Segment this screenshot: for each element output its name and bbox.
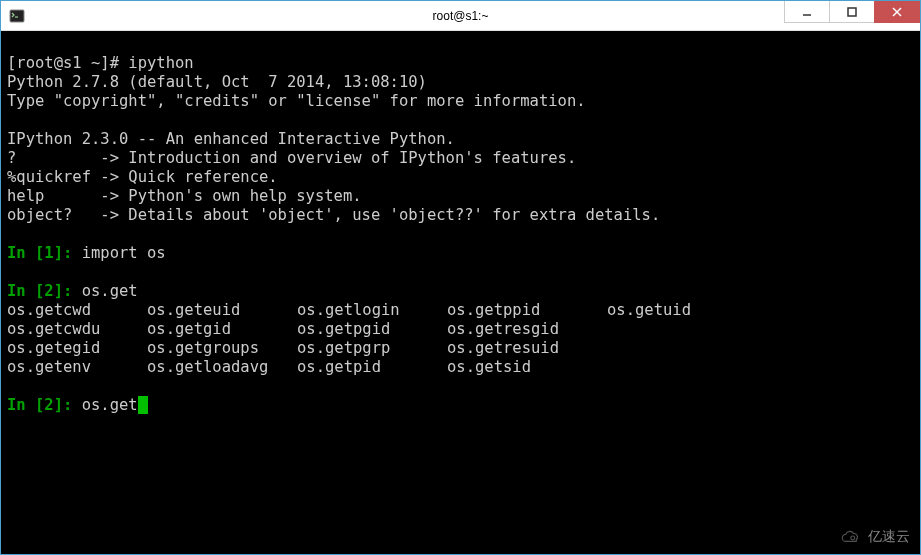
completion-item: os.getegid xyxy=(7,339,147,358)
completion-item xyxy=(607,320,914,339)
svg-rect-3 xyxy=(848,8,856,16)
svg-point-6 xyxy=(851,535,855,539)
in-prompt-1: In [1]: import os xyxy=(7,244,166,262)
help-line: %quickref -> Quick reference. xyxy=(7,168,278,186)
watermark-text: 亿速云 xyxy=(868,527,910,546)
cursor xyxy=(138,396,148,414)
tab-completions: os.getcwdos.geteuidos.getloginos.getppid… xyxy=(7,301,914,377)
maximize-button[interactable] xyxy=(829,1,875,23)
completion-item: os.getgid xyxy=(147,320,297,339)
completion-item: os.getresuid xyxy=(447,339,607,358)
python-version: Python 2.7.8 (default, Oct 7 2014, 13:08… xyxy=(7,73,427,91)
window-controls xyxy=(784,1,920,30)
help-line: ? -> Introduction and overview of IPytho… xyxy=(7,149,576,167)
completion-item: os.getpgid xyxy=(297,320,447,339)
completion-item: os.getsid xyxy=(447,358,607,377)
completion-item: os.getcwdu xyxy=(7,320,147,339)
svg-rect-0 xyxy=(10,10,24,22)
window-title: root@s1:~ xyxy=(433,9,489,23)
completion-item: os.getloadavg xyxy=(147,358,297,377)
in-prompt-2b: In [2]: os.get xyxy=(7,396,148,414)
python-type-line: Type "copyright", "credits" or "license"… xyxy=(7,92,586,110)
close-button[interactable] xyxy=(874,1,920,23)
completion-item: os.getuid xyxy=(607,301,914,320)
shell-prompt: [root@s1 ~]# ipython xyxy=(7,54,194,72)
minimize-button[interactable] xyxy=(784,1,830,23)
app-icon xyxy=(9,8,25,24)
help-line: help -> Python's own help system. xyxy=(7,187,362,205)
completion-item: os.getppid xyxy=(447,301,607,320)
completion-item xyxy=(607,339,914,358)
completion-item: os.getpgrp xyxy=(297,339,447,358)
completion-item: os.getenv xyxy=(7,358,147,377)
completion-item xyxy=(607,358,914,377)
completion-item: os.getcwd xyxy=(7,301,147,320)
completion-item: os.geteuid xyxy=(147,301,297,320)
completion-item: os.getlogin xyxy=(297,301,447,320)
titlebar[interactable]: root@s1:~ xyxy=(1,1,920,31)
ipython-banner: IPython 2.3.0 -- An enhanced Interactive… xyxy=(7,130,455,148)
completion-item: os.getgroups xyxy=(147,339,297,358)
completion-item: os.getresgid xyxy=(447,320,607,339)
watermark: 亿速云 xyxy=(840,527,910,546)
in-prompt-2: In [2]: os.get xyxy=(7,282,138,300)
terminal-area[interactable]: [root@s1 ~]# ipython Python 2.7.8 (defau… xyxy=(1,31,920,554)
cloud-icon xyxy=(840,530,862,544)
help-line: object? -> Details about 'object', use '… xyxy=(7,206,660,224)
completion-item: os.getpid xyxy=(297,358,447,377)
terminal-window: root@s1:~ [root@s1 ~]# ipython Python 2.… xyxy=(0,0,921,555)
